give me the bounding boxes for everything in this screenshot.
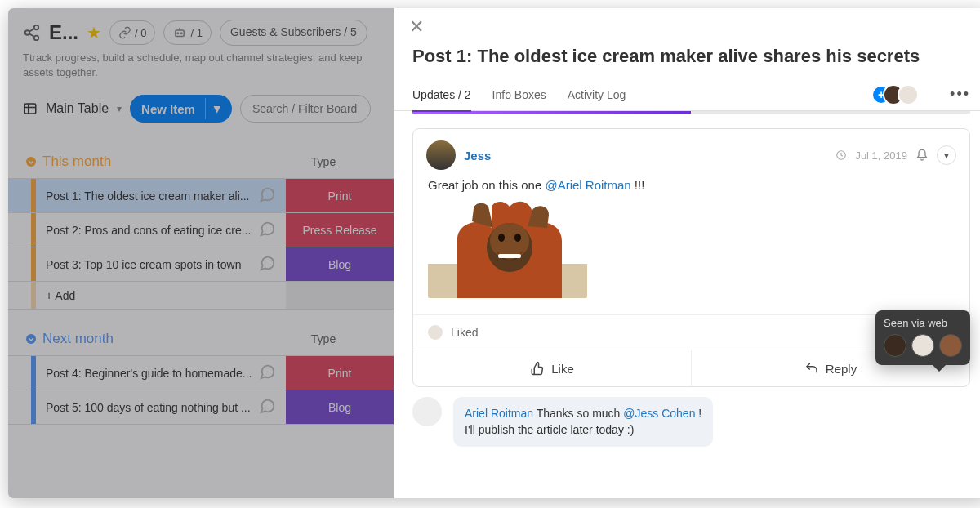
table-icon — [23, 101, 38, 116]
type-cell[interactable]: Print — [286, 179, 394, 212]
svg-point-7 — [26, 157, 36, 167]
tab-accent — [412, 111, 970, 114]
new-item-button[interactable]: New Item ▾ — [130, 95, 232, 123]
robot-icon — [172, 25, 187, 40]
tab[interactable]: Info Boxes — [492, 78, 546, 111]
tooltip-label: Seen via web — [884, 317, 962, 329]
item-name[interactable]: Post 4: Beginner's guide to homemade... — [42, 356, 286, 390]
chat-icon[interactable] — [258, 220, 276, 238]
group-name[interactable]: Next month — [42, 331, 270, 347]
column-header[interactable]: Type — [270, 155, 377, 168]
avatar — [884, 334, 906, 357]
type-cell[interactable]: Blog — [286, 390, 394, 424]
tab[interactable]: Updates / 2 — [412, 78, 471, 111]
type-cell[interactable]: Print — [286, 356, 394, 390]
guests-chip[interactable]: Guests & Subscribers / 5 — [220, 20, 368, 46]
chat-icon[interactable] — [258, 254, 276, 272]
table-row[interactable]: Post 2: Pros and cons of eating ice cre.… — [8, 212, 394, 247]
svg-point-8 — [26, 334, 36, 344]
chip-text: / 0 — [135, 27, 146, 39]
board-description: Ttrack progress, build a schedule, map o… — [8, 51, 394, 88]
chat-icon[interactable] — [258, 397, 276, 415]
item-name[interactable]: Post 2: Pros and cons of eating ice cre.… — [42, 213, 286, 247]
group: This monthTypePost 1: The oldest ice cre… — [8, 150, 394, 310]
board-title[interactable]: E... — [49, 21, 78, 44]
update-date: Jul 1, 2019 — [855, 149, 907, 162]
view-selector[interactable]: Main Table — [46, 101, 109, 116]
svg-point-15 — [514, 234, 521, 242]
svg-point-0 — [34, 25, 39, 29]
reply-icon — [804, 361, 819, 376]
svg-point-2 — [34, 36, 39, 40]
mention[interactable]: @Jess Cohen — [623, 407, 695, 420]
panel-tabs: Updates / 2Info BoxesActivity Log + ••• — [394, 78, 980, 111]
table-row[interactable]: Post 3: Top 10 ice cream spots in townBl… — [8, 247, 394, 281]
table-row[interactable]: Post 5: 100 days of eating nothing but .… — [8, 390, 394, 425]
svg-point-5 — [181, 33, 183, 34]
tab[interactable]: Activity Log — [568, 78, 626, 111]
item-name[interactable]: Post 5: 100 days of eating nothing but .… — [42, 390, 286, 424]
chevron-down-icon[interactable]: ▾ — [117, 103, 122, 114]
update-menu[interactable]: ▼ — [937, 145, 956, 165]
avatar — [911, 334, 934, 357]
update-image — [428, 200, 587, 298]
column-header[interactable]: Type — [270, 332, 377, 345]
item-name[interactable]: Post 3: Top 10 ice cream spots in town — [42, 247, 286, 281]
svg-rect-6 — [24, 104, 36, 114]
type-cell[interactable]: Press Release — [286, 213, 394, 247]
collapse-icon[interactable] — [24, 332, 38, 345]
svg-point-4 — [177, 33, 179, 34]
search-input[interactable] — [240, 95, 371, 123]
svg-rect-16 — [498, 254, 521, 258]
type-cell[interactable]: Blog — [286, 247, 394, 281]
thumbs-up-icon — [530, 361, 545, 376]
bell-icon[interactable] — [915, 149, 929, 162]
avatar — [412, 397, 442, 426]
clock-icon — [835, 149, 847, 161]
reply-bubble: Ariel Roitman Thanks so much @Jess Cohen… — [453, 397, 713, 447]
mention-author[interactable]: Ariel Roitman — [465, 407, 533, 420]
table-row[interactable]: Post 1: The oldest ice cream maker ali..… — [8, 178, 394, 212]
item-panel: ✕ Post 1: The oldest ice cream maker ali… — [394, 8, 980, 498]
chevron-down-icon: ▾ — [214, 101, 220, 116]
seen-tooltip: Seen via web — [875, 310, 970, 365]
add-item[interactable]: + Add — [8, 281, 394, 310]
board-pane: E... ★ / 0 / 1 Guests & Subscribers / 5 … — [8, 8, 394, 498]
reply-line2: I'll publish the article later today :) — [465, 423, 634, 436]
close-icon[interactable]: ✕ — [409, 16, 425, 38]
group-name[interactable]: This month — [42, 154, 270, 170]
liked-label[interactable]: Liked — [451, 326, 478, 339]
collapse-icon[interactable] — [24, 155, 38, 168]
link-icon — [118, 26, 131, 39]
like-button[interactable]: Like — [413, 350, 692, 386]
svg-point-1 — [25, 30, 30, 35]
chat-icon[interactable] — [258, 363, 276, 381]
table-row[interactable]: Post 4: Beginner's guide to homemade...P… — [8, 355, 394, 390]
update-author[interactable]: Jess — [464, 149, 491, 163]
avatar — [898, 84, 919, 105]
reply-thread: Ariel Roitman Thanks so much @Jess Cohen… — [394, 387, 980, 447]
more-menu-icon[interactable]: ••• — [950, 86, 970, 103]
item-name[interactable]: Post 1: The oldest ice cream maker ali..… — [42, 179, 286, 212]
subscribers[interactable]: + — [873, 84, 919, 105]
svg-point-14 — [498, 234, 505, 242]
avatar — [426, 140, 456, 170]
svg-point-13 — [490, 223, 529, 259]
chat-icon[interactable] — [258, 185, 276, 203]
chip-text: / 1 — [190, 27, 202, 39]
update-body: Great job on this one @Ariel Roitman !!! — [413, 175, 969, 314]
chip-integrations[interactable]: / 0 — [109, 20, 155, 45]
chip-automations[interactable]: / 1 — [163, 20, 211, 45]
item-title: Post 1: The oldest ice cream maker alive… — [394, 38, 980, 78]
avatar — [426, 323, 444, 341]
mention[interactable]: @Ariel Roitman — [545, 178, 630, 192]
avatar — [939, 334, 962, 357]
share-icon — [23, 24, 41, 42]
group: Next monthTypePost 4: Beginner's guide t… — [8, 328, 394, 425]
star-icon[interactable]: ★ — [87, 23, 101, 42]
